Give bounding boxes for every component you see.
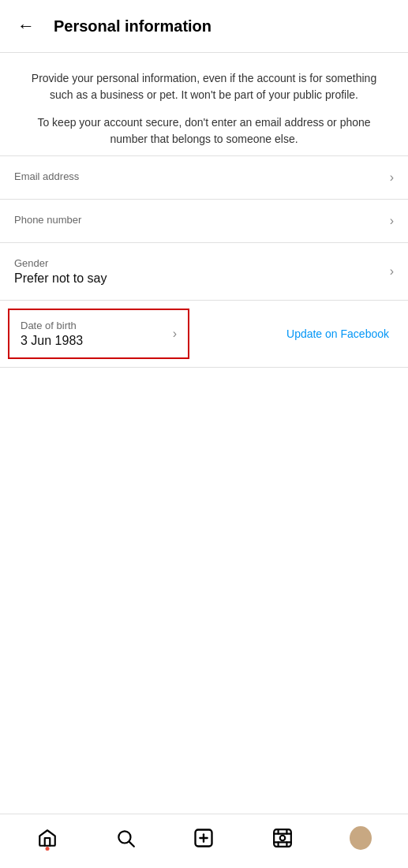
description-block: Provide your personal information, even … [0,53,408,156]
gender-label: Gender [14,257,382,269]
phone-label: Phone number [14,214,382,226]
description-primary: Provide your personal information, even … [24,70,384,103]
email-content: Email address [14,170,382,185]
email-row[interactable]: Email address › [0,156,408,200]
nav-reels[interactable] [265,824,300,852]
nav-home[interactable] [30,824,65,852]
description-secondary: To keep your account secure, don't enter… [24,114,384,148]
update-facebook-button[interactable]: Update on Facebook [286,327,394,340]
gender-row[interactable]: Gender Prefer not to say › [0,243,408,301]
dob-label: Date of birth [21,320,167,331]
phone-chevron-icon: › [390,214,394,228]
form-section: Email address › Phone number › Gender Pr… [0,156,408,814]
dob-chevron-icon: › [173,327,177,341]
back-button[interactable]: ← [14,13,38,39]
dob-value: 3 Jun 1983 [21,334,167,348]
dob-row[interactable]: Date of birth 3 Jun 1983 › [8,309,189,359]
dob-content: Date of birth 3 Jun 1983 [21,320,167,348]
email-label: Email address [14,170,382,182]
phone-row[interactable]: Phone number › [0,200,408,243]
dob-container: Date of birth 3 Jun 1983 › Update on Fac… [0,301,408,368]
nav-profile[interactable] [343,824,378,852]
nav-add[interactable] [186,824,221,852]
svg-rect-5 [274,829,291,847]
email-chevron-icon: › [390,170,394,185]
header: ← Personal information [0,0,408,53]
svg-point-6 [280,836,286,841]
gender-content: Gender Prefer not to say [14,257,382,286]
add-icon [193,827,215,849]
search-icon [114,827,137,849]
page-title: Personal information [54,17,211,36]
svg-line-1 [129,842,134,847]
reels-icon [271,827,294,849]
phone-content: Phone number [14,214,382,228]
home-active-dot [45,847,49,851]
home-icon [36,827,58,849]
profile-avatar [350,827,372,849]
nav-search[interactable] [108,824,143,852]
gender-chevron-icon: › [390,264,394,279]
bottom-nav [0,814,408,868]
gender-value: Prefer not to say [14,271,382,286]
